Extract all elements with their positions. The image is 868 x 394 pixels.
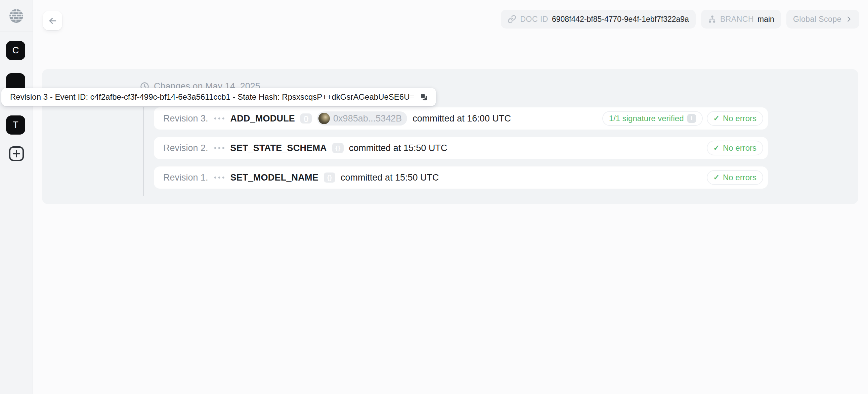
revision-tooltip: Revision 3 - Event ID: c4f2afbe-cf3f-499… xyxy=(1,88,436,106)
doc-id-badge[interactable]: DOC ID 6908f442-bf85-4770-9e4f-1ebf7f322… xyxy=(501,10,695,29)
workspace-initial: T xyxy=(13,120,19,130)
revision-action: SET_MODEL_NAME xyxy=(230,172,318,183)
row-badges: ✓ No errors xyxy=(707,141,763,155)
ellipsis-icon xyxy=(214,147,224,149)
check-icon: ✓ xyxy=(713,144,719,152)
branch-badge[interactable]: BRANCH main xyxy=(701,10,781,29)
revision-label: Revision 2. xyxy=(163,143,208,153)
signer-badge[interactable]: 0x985ab...5342B xyxy=(317,111,407,126)
global-scope-label: Global Scope xyxy=(793,15,841,24)
global-scope-button[interactable]: Global Scope xyxy=(786,10,859,29)
branch-value: main xyxy=(757,15,774,24)
topbar: DOC ID 6908f442-bf85-4770-9e4f-1ebf7f322… xyxy=(501,10,859,29)
revision-row-2[interactable]: Revision 2. SET_STATE_SCHEMA {} committe… xyxy=(154,137,768,159)
sidebar: C T xyxy=(0,0,33,394)
no-errors-badge[interactable]: ✓ No errors xyxy=(707,141,763,155)
info-icon[interactable]: i xyxy=(687,114,696,123)
no-errors-badge[interactable]: ✓ No errors xyxy=(707,170,763,185)
ellipsis-icon xyxy=(214,176,224,178)
revision-row-1[interactable]: Revision 1. SET_MODEL_NAME {} committed … xyxy=(154,166,768,189)
add-workspace-button[interactable] xyxy=(8,146,25,162)
json-braces-icon[interactable]: {} xyxy=(300,113,312,124)
timeline-line xyxy=(143,107,144,196)
copy-icon[interactable] xyxy=(419,92,429,102)
arrow-left-icon xyxy=(48,16,58,26)
signer-avatar xyxy=(318,113,330,124)
ellipsis-icon xyxy=(214,118,224,120)
revision-row-3[interactable]: Revision 3. ADD_MODULE {} 0x985ab...5342… xyxy=(154,107,768,130)
chevron-right-icon xyxy=(845,15,852,23)
no-errors-text: No errors xyxy=(723,173,756,182)
no-errors-text: No errors xyxy=(723,143,756,153)
no-errors-text: No errors xyxy=(723,114,756,123)
row-badges: 1/1 signature verified i ✓ No errors xyxy=(602,111,763,126)
check-icon: ✓ xyxy=(713,173,719,182)
json-braces-icon[interactable]: {} xyxy=(324,172,335,183)
globe-logo-icon[interactable] xyxy=(9,9,24,23)
signature-verified-badge[interactable]: 1/1 signature verified i xyxy=(602,111,703,126)
back-button[interactable] xyxy=(43,11,62,30)
committed-timestamp: committed at 15:50 UTC xyxy=(349,143,447,153)
branch-icon xyxy=(708,15,716,24)
branch-label: BRANCH xyxy=(720,15,754,24)
signer-address: 0x985ab...5342B xyxy=(333,113,402,124)
doc-id-label: DOC ID xyxy=(520,15,548,24)
revision-action: ADD_MODULE xyxy=(230,113,295,124)
sidebar-divider xyxy=(0,32,33,32)
json-braces-icon[interactable]: {} xyxy=(332,143,344,153)
committed-timestamp: committed at 15:50 UTC xyxy=(341,172,439,183)
row-badges: ✓ No errors xyxy=(707,170,763,185)
no-errors-badge[interactable]: ✓ No errors xyxy=(707,111,763,126)
check-icon: ✓ xyxy=(713,114,719,123)
revision-action: SET_STATE_SCHEMA xyxy=(230,143,327,153)
signature-verified-text: 1/1 signature verified xyxy=(609,114,684,123)
revision-label: Revision 1. xyxy=(163,172,208,183)
doc-id-value: 6908f442-bf85-4770-9e4f-1ebf7f322a9a xyxy=(552,15,689,24)
sidebar-item-workspace-t[interactable]: T xyxy=(6,116,25,135)
committed-timestamp: committed at 16:00 UTC xyxy=(412,113,511,124)
revision-tooltip-text: Revision 3 - Event ID: c4f2afbe-cf3f-499… xyxy=(10,92,414,102)
workspace-initial: C xyxy=(12,45,19,56)
plus-icon xyxy=(8,146,25,162)
revision-label: Revision 3. xyxy=(163,113,208,124)
sidebar-item-workspace-c[interactable]: C xyxy=(6,41,25,60)
link-icon xyxy=(507,15,516,24)
